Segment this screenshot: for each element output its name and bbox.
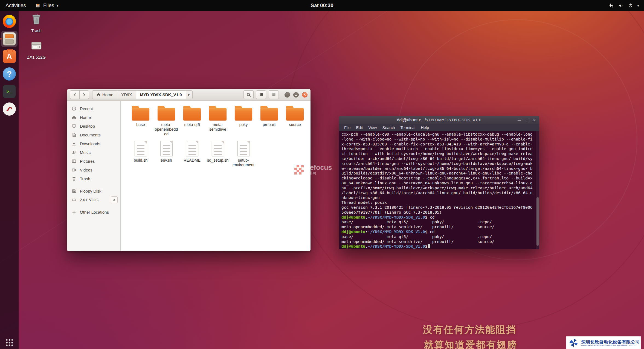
breadcrumb-yd9x[interactable]: YD9X [117,90,136,99]
sidebar-item-zx1-512g[interactable]: ZX1 512G [67,195,120,204]
sidebar-item-documents[interactable]: Documents [67,130,120,139]
files-headerbar[interactable]: Home YD9X MYD-YD9X-SDK_V1.0 ▶ – ✕ [67,89,311,101]
eefocus-watermark: eefocus 与非网 [294,164,332,176]
dock-item-terminal[interactable]: >_ [1,83,18,100]
file-label: base [136,122,145,127]
music-icon [72,150,76,155]
file-item-meta-openembedded[interactable]: meta-openembedded [153,105,179,136]
file-label: README [184,158,201,163]
sidebar-item-music[interactable]: Music [67,148,120,157]
watermark-text: eefocus [306,164,332,171]
view-toggle-button[interactable] [256,90,266,99]
file-item-readme[interactable]: README [179,140,205,167]
file-label: meta-qt5 [184,122,200,127]
maximize-button[interactable] [293,92,299,98]
close-button[interactable]: ✕ [533,118,536,122]
file-item-prebuilt[interactable]: prebuilt [256,105,282,136]
files-window-body: RecentHomeDesktopDocumentsDownloadsMusic… [67,101,311,251]
file-item-meta-qt5[interactable]: meta-qt5 [179,105,205,136]
system-tray[interactable]: ▾ [608,3,644,8]
file-item-env-sh[interactable]: env.sh [153,140,179,167]
menu-terminal[interactable]: Terminal [398,125,418,130]
dock-item-files[interactable] [1,31,18,47]
search-button[interactable] [243,90,254,99]
forward-button[interactable] [79,90,89,99]
terminal-cursor [428,244,430,248]
script-file-icon [212,141,224,156]
download-icon [72,141,76,146]
files-icon [3,32,16,45]
dock: A ? >_ [0,11,19,349]
file-label: poky [239,122,248,127]
breadcrumb-current[interactable]: MYD-YD9X-SDK_V1.0 [136,90,186,99]
sidebar-item-home[interactable]: Home [67,113,120,122]
show-applications-button[interactable] [5,339,13,346]
menu-view[interactable]: View [365,125,379,130]
file-label: env.sh [161,158,172,163]
minimize-button[interactable]: — [518,118,521,122]
file-grid[interactable]: basemeta-openembeddedmeta-qt5meta-semidr… [121,101,311,251]
sidebar-item-trash[interactable]: Trash [67,174,120,183]
file-item-build-sh[interactable]: build.sh [128,140,153,167]
terminal-titlebar[interactable]: ddj@ubuntu: ~/YD9X/MYD-YD9X-SDK_V1.0 — ✕ [339,116,539,124]
sidebar-item-recent[interactable]: Recent [67,104,120,113]
terminal-prompt-line: ddj@ubuntu:~/YD9X/MYD-YD9X-SDK_V1.0$ [341,244,537,249]
terminal-menubar: FileEditViewSearchTerminalHelp [339,124,539,131]
dock-item-help[interactable]: ? [1,66,18,82]
dock-item-app[interactable] [1,101,18,117]
power-icon [628,3,633,8]
terminal-scrollbar[interactable] [536,131,539,249]
chevron-down-icon: ▾ [637,4,639,8]
window-menu-button[interactable] [269,90,279,99]
sidebar-item-videos[interactable]: Videos [67,165,120,174]
app-menu-files[interactable]: Files ▾ [31,0,62,11]
terminal-listing: base/ meta-qt5/ poky/ .repo/ meta-openem… [341,220,537,230]
dock-item-firefox[interactable] [1,13,18,30]
files-sidebar: RecentHomeDesktopDocumentsDownloadsMusic… [67,101,121,251]
sidebar-item-downloads[interactable]: Downloads [67,139,120,148]
terminal-output[interactable]: cxx-pch --enable-c99 --enable-clocale=gn… [339,131,539,249]
terminal-prompt-line: ddj@ubuntu:~/YD9X/MYD-YD9X-SDK_V1.0$ cd [341,230,537,234]
sidebar-item-pictures[interactable]: Pictures [67,157,120,165]
file-item-setup-environment[interactable]: setup-environment [231,140,256,167]
menu-file[interactable]: File [341,125,353,130]
removable-drive-icon [29,39,43,54]
files-window: Home YD9X MYD-YD9X-SDK_V1.0 ▶ – ✕ Recent… [67,89,311,251]
sidebar-item-label: Pictures [80,159,95,164]
activities-button[interactable]: Activities [0,0,31,11]
sidebar-item-label: Floppy Disk [80,189,101,193]
folder-icon [235,108,252,121]
plus-icon [72,210,76,214]
menu-help[interactable]: Help [418,125,432,130]
file-item-source[interactable]: source [282,105,308,136]
menu-edit[interactable]: Edit [353,125,365,130]
folder-icon [132,108,149,121]
file-item-sd-setup-sh[interactable]: sd_setup.sh [205,140,231,167]
scrollbar-thumb[interactable] [536,197,539,246]
terminal-title: ddj@ubuntu: ~/YD9X/MYD-YD9X-SDK_V1.0 [397,118,481,122]
file-item-meta-semidrive[interactable]: meta-semidrive [205,105,231,136]
close-button[interactable]: ✕ [302,92,308,98]
back-button[interactable] [70,90,80,99]
sidebar-item-floppy-disk[interactable]: Floppy Disk [67,187,120,195]
firefox-icon [3,15,16,28]
sidebar-item-label: Trash [80,176,90,181]
file-item-base[interactable]: base [128,105,153,136]
maximize-button[interactable] [526,119,528,121]
sidebar-item-other-locations[interactable]: Other Locations [67,208,120,216]
menu-search[interactable]: Search [380,125,398,130]
desktop-icon-trash[interactable]: Trash [21,12,52,33]
dock-item-ubuntu-software[interactable]: A [1,48,18,65]
eject-button[interactable] [111,196,118,203]
company-name-en: SHENZHEN CHANGXIN AUTOMATION EQUIPMENT C… [581,345,640,347]
minimize-button[interactable]: – [285,92,290,98]
sidebar-separator [67,204,120,208]
clock[interactable]: Sat 00:30 [311,2,333,8]
path-extender-button[interactable]: ▶ [186,90,193,99]
file-item-poky[interactable]: poky [231,105,256,136]
sidebar-item-label: Other Locations [80,210,109,214]
desktop-icon-drive[interactable]: ZX1 512G [21,39,52,59]
breadcrumb-home[interactable]: Home [92,90,117,99]
sidebar-item-desktop[interactable]: Desktop [67,122,120,130]
picture-icon [72,159,76,164]
